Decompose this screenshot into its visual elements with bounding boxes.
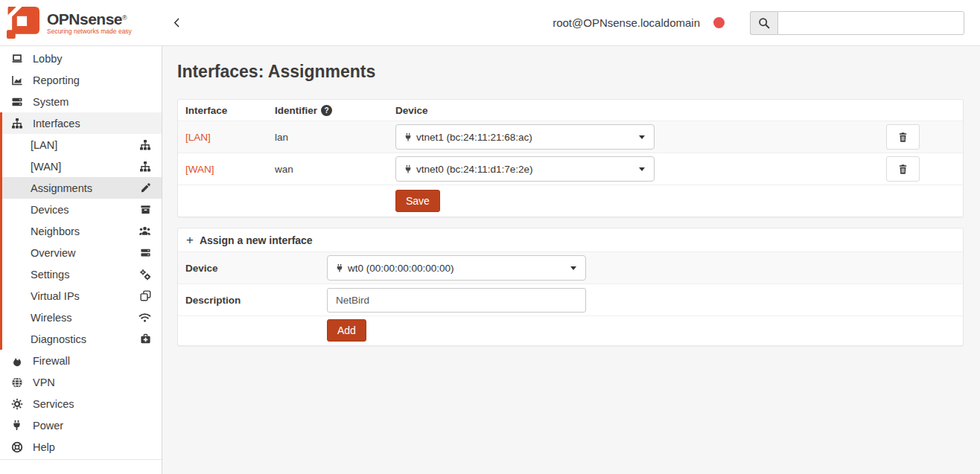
sidebar-item-virtual-ips[interactable]: Virtual IPs xyxy=(2,285,162,307)
globe-icon xyxy=(10,377,23,388)
save-row: Save xyxy=(178,185,963,217)
page-title: Interfaces: Assignments xyxy=(177,62,964,82)
description-form-row: Description xyxy=(178,284,963,316)
sitemap-icon xyxy=(139,161,151,173)
sidebar-item-firewall[interactable]: Firewall xyxy=(0,350,162,371)
description-input[interactable] xyxy=(327,288,586,313)
sidebar-collapse-button[interactable] xyxy=(171,17,182,28)
wan-delete-button[interactable] xyxy=(886,156,920,182)
sidebar-item-lobby[interactable]: Lobby xyxy=(0,48,162,69)
sidebar-item-lan[interactable]: [LAN] xyxy=(2,134,162,156)
sidebar-divider xyxy=(0,459,162,460)
sidebar-item-vpn[interactable]: VPN xyxy=(0,371,162,393)
sidebar-item-wireless[interactable]: Wireless xyxy=(2,307,162,328)
area-chart-icon xyxy=(10,74,23,86)
server-icon xyxy=(10,96,23,108)
assign-new-interface-title: Assign a new interface xyxy=(200,234,313,246)
assign-new-interface-card: + Assign a new interface Device wt0 (00:… xyxy=(177,228,964,346)
caret-down-icon xyxy=(639,135,645,139)
users-icon xyxy=(139,225,151,237)
add-button[interactable]: Add xyxy=(327,319,366,342)
caret-down-icon xyxy=(639,167,645,171)
lan-delete-button[interactable] xyxy=(886,124,920,150)
sidebar-item-interfaces[interactable]: Interfaces xyxy=(2,112,162,134)
plug-icon xyxy=(404,164,413,174)
assignments-card: Interface Identifier ? Device [LAN] lan … xyxy=(177,99,964,217)
sidebar-item-reporting[interactable]: Reporting xyxy=(0,69,162,91)
search-input[interactable] xyxy=(777,11,964,35)
trash-icon xyxy=(897,132,909,143)
chevron-left-icon xyxy=(171,17,182,28)
wan-device-select[interactable]: vtnet0 (bc:24:11:d1:7e:2e) xyxy=(395,156,655,182)
plug-icon xyxy=(10,420,23,431)
sitemap-icon xyxy=(139,139,151,151)
search-addon xyxy=(750,11,777,35)
plug-icon xyxy=(335,263,344,273)
lan-identifier: lan xyxy=(275,132,288,143)
plug-icon xyxy=(404,132,413,142)
save-button[interactable]: Save xyxy=(395,190,440,212)
system-status-indicator[interactable] xyxy=(713,17,725,28)
col-header-identifier: Identifier ? xyxy=(275,105,395,116)
sidebar-item-devices[interactable]: Devices xyxy=(2,199,162,220)
new-device-select[interactable]: wt0 (00:00:00:00:00:00) xyxy=(327,255,586,281)
logo-tagline: Securing networks made easy xyxy=(47,28,132,35)
opnsense-logo[interactable]: OPNsense® Securing networks made easy xyxy=(0,6,162,39)
lan-interface-link[interactable]: [LAN] xyxy=(185,132,211,143)
sidebar-item-neighbors[interactable]: Neighbors xyxy=(2,220,162,242)
life-ring-icon xyxy=(10,441,23,453)
sidebar-item-overview[interactable]: Overview xyxy=(2,242,162,263)
question-circle-icon[interactable]: ? xyxy=(321,105,332,116)
clone-icon xyxy=(140,290,151,301)
table-header-row: Interface Identifier ? Device xyxy=(178,100,963,121)
global-search xyxy=(750,11,964,35)
lan-device-select[interactable]: vtnet1 (bc:24:11:21:68:ac) xyxy=(395,124,655,150)
device-form-row: Device wt0 (00:00:00:00:00:00) xyxy=(178,252,963,284)
logged-in-user: root@OPNsense.localdomain xyxy=(553,16,700,29)
sidebar-item-system[interactable]: System xyxy=(0,91,162,112)
main-content: Interfaces: Assignments Interface Identi… xyxy=(163,46,980,474)
top-header-bar: OPNsense® Securing networks made easy ro… xyxy=(0,0,980,46)
sidebar: Lobby Reporting System Interfaces [LAN] … xyxy=(0,46,162,474)
device-label: Device xyxy=(178,263,327,274)
col-header-device: Device xyxy=(395,105,836,116)
sidebar-item-assignments[interactable]: Assignments xyxy=(2,177,162,199)
wan-interface-link[interactable]: [WAN] xyxy=(185,164,214,175)
col-header-interface: Interface xyxy=(178,105,275,116)
fire-icon xyxy=(10,355,23,367)
table-row-lan: [LAN] lan vtnet1 (bc:24:11:21:68:ac) xyxy=(178,121,963,153)
pencil-icon xyxy=(140,182,151,193)
sitemap-icon xyxy=(10,118,23,129)
search-icon xyxy=(758,17,770,29)
sidebar-item-diagnostics[interactable]: Diagnostics xyxy=(2,328,162,350)
table-row-wan: [WAN] wan vtnet0 (bc:24:11:d1:7e:2e) xyxy=(178,153,963,185)
sidebar-item-power[interactable]: Power xyxy=(0,414,162,436)
registered-mark: ® xyxy=(122,13,127,21)
add-row: Add xyxy=(178,316,963,345)
wifi-icon xyxy=(139,311,151,324)
opnsense-logo-icon xyxy=(7,6,40,39)
gear-icon xyxy=(10,398,23,410)
plus-icon: + xyxy=(186,233,194,248)
sidebar-item-help[interactable]: Help xyxy=(0,436,162,458)
sidebar-item-wan[interactable]: [WAN] xyxy=(2,156,162,177)
trash-icon xyxy=(897,164,909,175)
assign-new-interface-header: + Assign a new interface xyxy=(178,228,963,252)
sidebar-item-settings[interactable]: Settings xyxy=(2,263,162,285)
laptop-icon xyxy=(10,53,23,65)
interfaces-expanded-group: Interfaces [LAN] [WAN] Assignments Devic… xyxy=(0,112,162,350)
archive-icon xyxy=(140,204,151,215)
caret-down-icon xyxy=(570,266,576,270)
sidebar-item-services[interactable]: Services xyxy=(0,393,162,414)
wan-identifier: wan xyxy=(275,164,293,175)
description-label: Description xyxy=(178,295,327,306)
medkit-icon xyxy=(140,333,151,345)
logo-title: OPNsense xyxy=(47,10,122,28)
server-icon xyxy=(140,247,151,258)
gears-icon xyxy=(139,269,151,281)
